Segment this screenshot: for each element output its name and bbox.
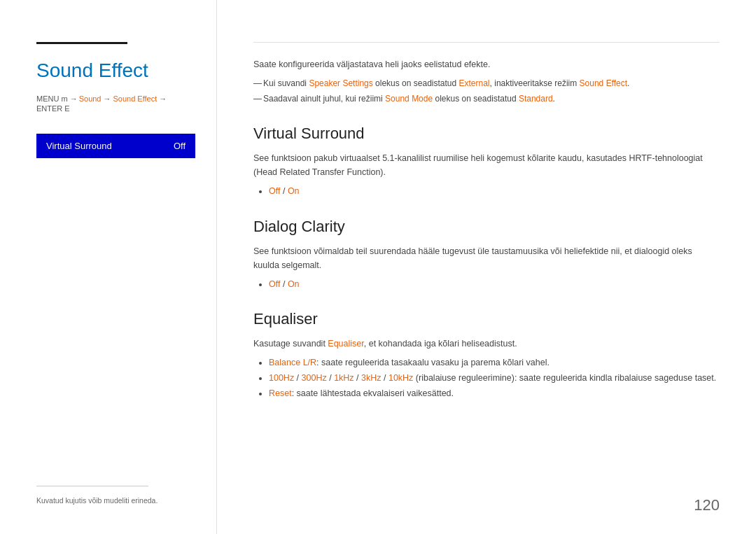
intro-list: Kui suvandi Speaker Settings olekus on s… bbox=[253, 77, 720, 105]
freq-300hz-link[interactable]: 300Hz bbox=[302, 373, 327, 383]
intro-item-1-prefix: Kui suvandi bbox=[263, 78, 309, 88]
equaliser-link[interactable]: Equaliser bbox=[328, 339, 363, 349]
breadcrumb-arrow2: → bbox=[159, 94, 167, 103]
balance-lr-link[interactable]: Balance L/R bbox=[269, 358, 316, 367]
breadcrumb-sound-effect[interactable]: Sound Effect bbox=[113, 94, 157, 103]
sidebar: Sound Effect MENU m → Sound → Sound Effe… bbox=[0, 0, 217, 534]
balance-lr-text: : saate reguleerida tasakaalu vasaku ja … bbox=[316, 358, 550, 367]
freq-sep1: / bbox=[294, 373, 301, 383]
vs-off-link[interactable]: Off bbox=[269, 186, 280, 196]
intro-item-1: Kui suvandi Speaker Settings olekus on s… bbox=[253, 77, 720, 90]
freq-1khz-link[interactable]: 1kHz bbox=[334, 373, 354, 383]
equaliser-list: Balance L/R: saate reguleerida tasakaalu… bbox=[253, 356, 720, 400]
menu-item-value: Off bbox=[174, 141, 186, 151]
sidebar-top-line bbox=[36, 42, 127, 44]
dc-off-link[interactable]: Off bbox=[269, 279, 280, 289]
sidebar-note: Kuvatud kujutis võib mudeliti erineda. bbox=[36, 496, 158, 505]
reset-link[interactable]: Reset bbox=[269, 388, 292, 398]
equaliser-body-prefix: Kasutage suvandit bbox=[253, 339, 328, 349]
intro-item-2: Saadaval ainult juhul, kui režiimi Sound… bbox=[253, 92, 720, 105]
freq-sep2: / bbox=[327, 373, 334, 383]
equaliser-body: Kasutage suvandit Equaliser, et kohandad… bbox=[253, 337, 720, 351]
freq-100hz-link[interactable]: 100Hz bbox=[269, 373, 294, 383]
intro-text: Saate konfigureerida väljastatava heli j… bbox=[253, 58, 720, 71]
vs-sep: / bbox=[283, 186, 288, 196]
freq-sep4: / bbox=[382, 373, 388, 383]
page-title: Sound Effect bbox=[36, 59, 195, 82]
intro-item-2-mid: olekus on seadistatud bbox=[433, 94, 519, 104]
vs-on-link[interactable]: On bbox=[288, 186, 300, 196]
breadcrumb-arrow1: → bbox=[103, 94, 111, 103]
dc-sep: / bbox=[283, 279, 288, 289]
intro-item-1-mid1: olekus on seadistatud bbox=[373, 78, 459, 88]
freq-10khz-link[interactable]: 10kHz bbox=[388, 373, 413, 383]
sound-effect-link[interactable]: Sound Effect bbox=[580, 78, 628, 88]
dialog-clarity-list-item: Off / On bbox=[269, 278, 720, 291]
dialog-clarity-body: See funktsioon võimaldab teil suurendada… bbox=[253, 244, 720, 272]
menu-item-label: Virtual Surround bbox=[46, 141, 112, 151]
freq-text: (ribalaiuse reguleerimine): saate regule… bbox=[413, 373, 716, 383]
dialog-clarity-list: Off / On bbox=[253, 278, 720, 291]
intro-item-1-mid2: , inaktiveeritakse režiim bbox=[490, 78, 580, 88]
equaliser-body-suffix: , et kohandada iga kõlari heliseadistust… bbox=[364, 339, 517, 349]
virtual-surround-title: Virtual Surround bbox=[253, 125, 720, 143]
dc-on-link[interactable]: On bbox=[288, 279, 300, 289]
intro-item-1-end: . bbox=[627, 78, 629, 88]
sidebar-bottom: Kuvatud kujutis võib mudeliti erineda. bbox=[36, 472, 195, 506]
intro-item-2-end: . bbox=[553, 94, 555, 104]
page-number: 120 bbox=[694, 496, 720, 514]
sound-mode-link[interactable]: Sound Mode bbox=[385, 94, 433, 104]
reset-text: : saate lähtestada ekvalaiseri vaikesätt… bbox=[292, 388, 454, 398]
content-top-line bbox=[253, 42, 720, 43]
content-area: Saate konfigureerida väljastatava heli j… bbox=[217, 0, 756, 534]
dialog-clarity-title: Dialog Clarity bbox=[253, 218, 720, 236]
virtual-surround-menu-item[interactable]: Virtual Surround Off bbox=[36, 134, 195, 158]
breadcrumb-menu: MENU m → bbox=[36, 94, 78, 103]
breadcrumb-enter: ENTER E bbox=[36, 104, 70, 113]
freq-sep3: / bbox=[354, 373, 361, 383]
breadcrumb-sound[interactable]: Sound bbox=[79, 94, 102, 103]
page-container: Sound Effect MENU m → Sound → Sound Effe… bbox=[0, 0, 756, 534]
speaker-settings-link[interactable]: Speaker Settings bbox=[309, 78, 372, 88]
breadcrumb: MENU m → Sound → Sound Effect → ENTER E bbox=[36, 94, 195, 113]
equaliser-freq-item: 100Hz / 300Hz / 1kHz / 3kHz / 10kHz (rib… bbox=[269, 372, 720, 385]
virtual-surround-body: See funktsioon pakub virtuaalset 5.1-kan… bbox=[253, 151, 720, 179]
virtual-surround-list: Off / On bbox=[253, 185, 720, 198]
freq-3khz-link[interactable]: 3kHz bbox=[361, 373, 381, 383]
sidebar-divider bbox=[36, 486, 148, 486]
equaliser-reset-item: Reset: saate lähtestada ekvalaiseri vaik… bbox=[269, 387, 720, 400]
virtual-surround-list-item: Off / On bbox=[269, 185, 720, 198]
intro-item-2-prefix: Saadaval ainult juhul, kui režiimi bbox=[263, 94, 385, 104]
standard-link[interactable]: Standard bbox=[519, 94, 553, 104]
equaliser-balance-item: Balance L/R: saate reguleerida tasakaalu… bbox=[269, 356, 720, 370]
external-link[interactable]: External bbox=[459, 78, 490, 88]
equaliser-title: Equaliser bbox=[253, 310, 720, 328]
